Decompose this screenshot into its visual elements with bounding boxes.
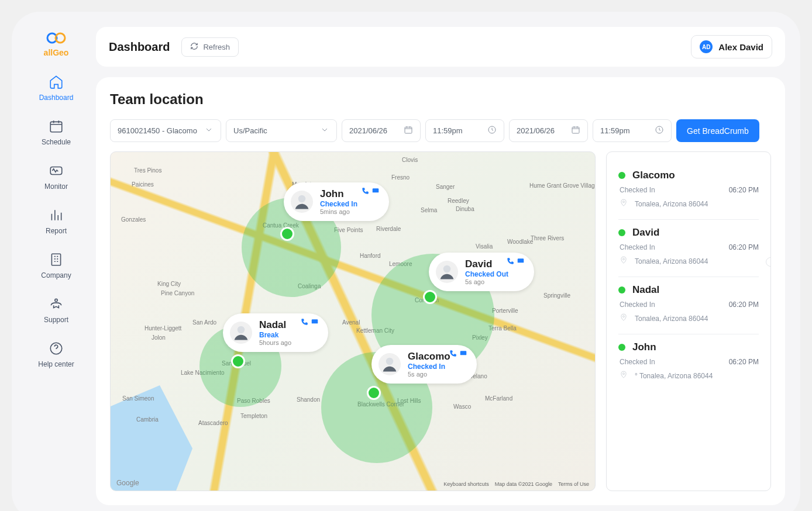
people-panel: Glacomo Checked In 06:20 PM Tonalea, Ari…: [606, 151, 771, 491]
body-row: Tres Pinos Paicines Gonzales King City P…: [110, 151, 771, 491]
sidebar-item-monitor[interactable]: Monitor: [44, 163, 68, 191]
svg-rect-16: [312, 319, 318, 323]
svg-rect-18: [460, 351, 467, 355]
person-item[interactable]: Nadal Checked In 06:20 PM Tonalea, Arizo…: [618, 277, 759, 334]
filter-row: 9610021450 - Glacomo Us/Pacific 2021/06/…: [110, 119, 771, 142]
person-status: Checked In: [620, 186, 662, 194]
panel-resize-handle[interactable]: [766, 257, 771, 267]
section-title: Team location: [110, 91, 771, 108]
sidebar-item-label: Report: [46, 227, 67, 235]
date-to-input[interactable]: 2021/06/26: [509, 119, 588, 142]
callout-status: Checked In: [320, 200, 357, 208]
sidebar-item-label: Support: [44, 316, 68, 324]
sidebar-item-schedule[interactable]: Schedule: [42, 118, 71, 146]
map-pin[interactable]: [280, 227, 294, 241]
map-callout[interactable]: John Checked In 5mins ago: [284, 182, 389, 221]
svg-point-19: [623, 201, 625, 203]
map-pin[interactable]: [423, 290, 437, 304]
svg-rect-9: [572, 127, 579, 133]
map-place-label: Hanford: [360, 253, 381, 259]
map[interactable]: Tres Pinos Paicines Gonzales King City P…: [110, 151, 596, 491]
person-status: Checked In: [620, 243, 662, 251]
person-location: Tonalea, Arizona 86044: [635, 200, 708, 208]
chat-icon[interactable]: [311, 318, 319, 329]
callout-time: 5s ago: [465, 278, 508, 285]
map-place-label: Cambria: [136, 416, 159, 423]
map-place-label: Wasco: [453, 403, 471, 410]
status-dot-icon: [618, 286, 625, 294]
sidebar-item-report[interactable]: Report: [46, 207, 67, 235]
phone-icon[interactable]: [300, 318, 308, 329]
location-pin-icon: [620, 371, 628, 381]
date-from-input[interactable]: 2021/06/26: [342, 119, 421, 142]
map-pin[interactable]: [367, 386, 381, 400]
location-pin-icon: [620, 256, 628, 266]
chat-icon[interactable]: [459, 350, 467, 360]
sidebar-item-dashboard[interactable]: Dashboard: [39, 74, 74, 102]
map-place-label: San Simeon: [122, 395, 154, 402]
map-shortcuts-link[interactable]: Keyboard shortcuts: [443, 481, 489, 487]
map-callout[interactable]: Glacomo Checked In 5s ago: [371, 345, 477, 384]
callout-name: David: [465, 258, 508, 270]
sidebar: allGeo Dashboard Schedule Monitor Report…: [27, 27, 85, 505]
person-name: Nadal: [632, 284, 659, 296]
phone-icon[interactable]: [361, 187, 369, 198]
company-icon: [49, 251, 64, 268]
sidebar-item-support[interactable]: Support: [44, 296, 68, 324]
sidebar-item-helpcenter[interactable]: Help center: [38, 340, 74, 368]
timezone-select[interactable]: Us/Pacific: [226, 119, 337, 142]
timezone-select-value: Us/Pacific: [233, 126, 267, 135]
svg-point-22: [623, 373, 625, 375]
person-name: David: [632, 227, 659, 239]
svg-rect-2: [50, 122, 62, 132]
avatar-badge: AD: [700, 40, 713, 53]
person-item[interactable]: David Checked In 06:20 PM Tonalea, Arizo…: [618, 220, 759, 277]
map-place-label: Woodlake: [507, 239, 533, 245]
sidebar-item-label: Monitor: [44, 182, 68, 191]
refresh-button[interactable]: Refresh: [181, 37, 239, 57]
calendar-icon: [49, 118, 64, 134]
chat-icon[interactable]: [371, 187, 380, 198]
callout-status: Checked In: [408, 362, 450, 371]
device-select-value: 9610021450 - Glacomo: [118, 126, 197, 135]
chat-icon[interactable]: [517, 257, 525, 268]
person-item[interactable]: John Checked In 06:20 PM ° Tonalea, Ariz…: [618, 334, 759, 391]
main: Dashboard Refresh AD Alex David Team loc…: [96, 27, 785, 505]
svg-rect-7: [405, 127, 412, 133]
clock-icon: [487, 125, 497, 136]
get-breadcrumb-button[interactable]: Get BreadCrumb: [676, 119, 759, 142]
map-callout[interactable]: David Checked Out 5s ago: [429, 253, 534, 291]
report-icon: [49, 207, 64, 223]
app-frame: allGeo Dashboard Schedule Monitor Report…: [12, 12, 800, 511]
map-place-label: Paicines: [132, 181, 154, 188]
person-time: 06:20 PM: [729, 186, 759, 194]
avatar-icon: [436, 261, 458, 283]
map-place-label: Atascadero: [198, 420, 228, 426]
support-icon: [49, 296, 64, 312]
location-pin-icon: [620, 313, 628, 323]
clock-icon: [655, 125, 664, 136]
map-place-label: Reedley: [448, 198, 469, 204]
person-location: ° Tonalea, Arizona 86044: [635, 372, 713, 380]
callout-time: 5hours ago: [259, 339, 291, 346]
date-from-value: 2021/06/26: [349, 126, 387, 135]
time-to-input[interactable]: 11:59pm: [593, 119, 672, 142]
map-place-label: King City: [157, 281, 181, 287]
map-terms-link[interactable]: Terms of Use: [558, 481, 589, 487]
device-select[interactable]: 9610021450 - Glacomo: [110, 119, 221, 142]
callout-name: Glacomo: [408, 351, 450, 362]
avatar-icon: [379, 353, 401, 375]
person-item[interactable]: Glacomo Checked In 06:20 PM Tonalea, Ari…: [618, 163, 759, 220]
sidebar-item-company[interactable]: Company: [41, 251, 71, 279]
map-place-label: Visalia: [476, 243, 493, 250]
callout-name: Nadal: [259, 319, 291, 331]
phone-icon[interactable]: [506, 257, 514, 268]
callout-name: John: [320, 188, 357, 200]
time-from-input[interactable]: 11:59pm: [425, 119, 504, 142]
map-callout[interactable]: Nadal Break 5hours ago: [223, 313, 328, 352]
map-data-label: Map data ©2021 Google: [495, 481, 552, 487]
phone-icon[interactable]: [449, 350, 457, 360]
header: Dashboard Refresh AD Alex David: [96, 27, 785, 67]
map-pin[interactable]: [231, 354, 245, 368]
user-menu[interactable]: AD Alex David: [691, 35, 772, 58]
